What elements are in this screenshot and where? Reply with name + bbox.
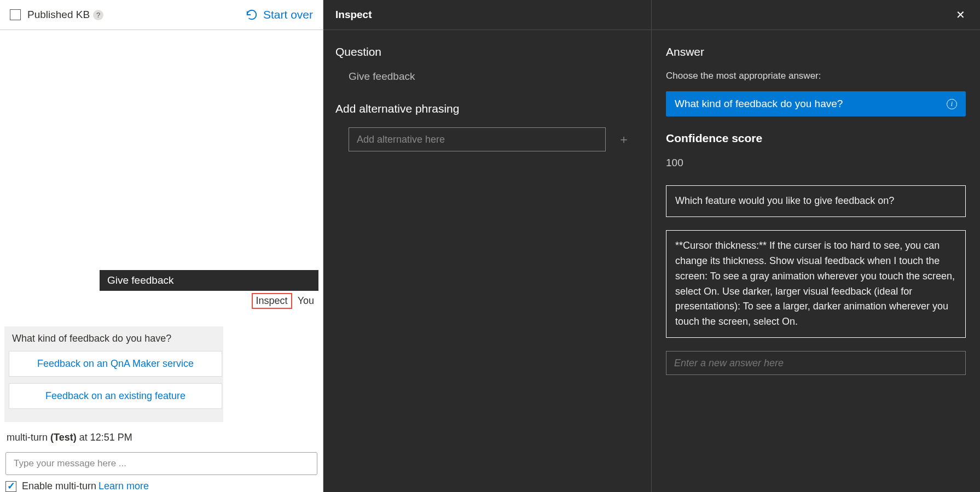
help-icon[interactable]: ? xyxy=(93,10,103,20)
inspect-question-body: Question Give feedback Add alternative p… xyxy=(323,30,651,167)
chat-input[interactable] xyxy=(5,452,317,475)
inspect-answer-body: Answer Choose the most appropriate answe… xyxy=(652,30,980,390)
refresh-icon xyxy=(246,9,258,21)
user-message: Give feedback xyxy=(100,270,318,291)
alt-phrasing-heading: Add alternative phrasing xyxy=(335,102,639,115)
user-message-wrap: Give feedback Inspect You xyxy=(4,270,318,309)
bot-time: 12:51 PM xyxy=(90,432,132,443)
bot-message: What kind of feedback do you have? Feedb… xyxy=(4,326,223,422)
answer-instruction: Choose the most appropriate answer: xyxy=(666,71,966,81)
user-message-meta: Inspect You xyxy=(252,293,318,309)
inspect-question-panel: Inspect Question Give feedback Add alter… xyxy=(323,0,652,492)
alternative-answer[interactable]: Which feature would you like to give fee… xyxy=(666,185,966,217)
bot-meta: multi-turn (Test) at 12:51 PM xyxy=(4,432,318,443)
add-alt-phrasing-icon[interactable]: ＋ xyxy=(616,131,632,148)
followup-prompt-button[interactable]: Feedback on an QnA Maker service xyxy=(9,351,222,377)
chat-body: Give feedback Inspect You What kind of f… xyxy=(0,30,323,448)
alternative-answer[interactable]: **Cursor thickness:** If the curser is t… xyxy=(666,230,966,338)
question-text: Give feedback xyxy=(335,71,639,83)
chat-input-wrap xyxy=(0,448,323,481)
start-over-button[interactable]: Start over xyxy=(246,8,313,21)
confidence-value: 100 xyxy=(666,157,966,169)
confidence-heading: Confidence score xyxy=(666,132,966,145)
header-left-group: Published KB ? xyxy=(10,9,103,21)
learn-more-link[interactable]: Learn more xyxy=(98,481,149,492)
bot-message-text: What kind of feedback do you have? xyxy=(9,333,219,344)
published-kb-checkbox[interactable] xyxy=(10,9,21,20)
alt-phrasing-row: ＋ xyxy=(335,127,639,151)
new-answer-input[interactable] xyxy=(666,351,966,375)
start-over-label: Start over xyxy=(263,8,313,21)
bot-tag: (Test) xyxy=(50,432,77,443)
multi-turn-row: Enable multi-turn Learn more xyxy=(0,481,323,492)
close-icon[interactable]: ✕ xyxy=(953,7,968,22)
inspect-answer-header: ✕ xyxy=(652,0,980,30)
answer-heading: Answer xyxy=(666,45,966,58)
followup-prompt-button[interactable]: Feedback on an existing feature xyxy=(9,383,222,409)
inspect-title: Inspect xyxy=(335,9,372,21)
you-label: You xyxy=(298,295,318,307)
alt-phrasing-input[interactable] xyxy=(349,127,606,151)
at-word: at xyxy=(79,432,88,443)
info-icon[interactable]: i xyxy=(947,99,957,109)
question-heading: Question xyxy=(335,45,639,58)
enable-multiturn-label: Enable multi-turn xyxy=(22,481,96,492)
selected-answer[interactable]: What kind of feedback do you have? i xyxy=(666,91,966,116)
inspect-header: Inspect xyxy=(323,0,651,30)
inspect-answer-panel: ✕ Answer Choose the most appropriate ans… xyxy=(652,0,980,492)
published-kb-label: Published KB xyxy=(27,9,90,21)
bot-name: multi-turn xyxy=(7,432,48,443)
test-panel-header: Published KB ? Start over xyxy=(0,0,323,30)
test-chat-panel: Published KB ? Start over Give feedback … xyxy=(0,0,323,492)
enable-multiturn-checkbox[interactable] xyxy=(5,481,16,492)
inspect-link[interactable]: Inspect xyxy=(252,293,292,309)
selected-answer-text: What kind of feedback do you have? xyxy=(675,98,843,110)
